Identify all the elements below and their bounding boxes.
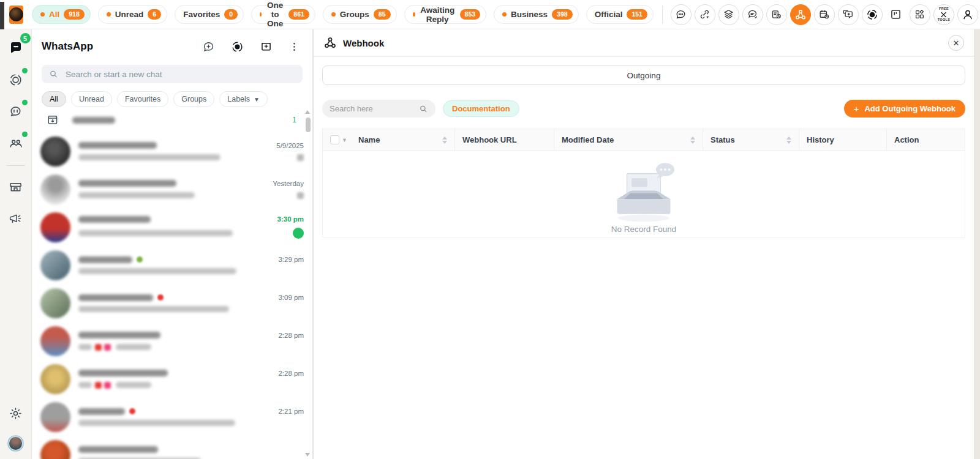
no-record-text: No Record Found: [611, 225, 677, 234]
chat-avatar: [40, 136, 70, 166]
chip-labels[interactable]: Labels▼: [219, 91, 268, 107]
whatsapp-nav-rail: 5: [0, 29, 32, 459]
chat-preview-blurred: [78, 420, 235, 426]
chip-favourites[interactable]: Favourites: [117, 91, 168, 107]
nav-channels[interactable]: [5, 100, 27, 122]
webhook-search-input[interactable]: [330, 104, 419, 113]
filter-label: Business: [511, 10, 548, 19]
toolbar-divider: [662, 6, 663, 24]
calendar-schedule-icon[interactable]: [814, 4, 835, 25]
scroll-down-arrow[interactable]: [305, 453, 310, 457]
chat-list-item[interactable]: [32, 436, 312, 459]
filter-all[interactable]: All 918: [32, 5, 91, 24]
apps-grid-icon[interactable]: [910, 4, 930, 25]
filter-one-to-one[interactable]: One to One 861: [251, 5, 315, 24]
layers-icon[interactable]: [718, 4, 739, 25]
select-all-checkbox[interactable]: [330, 135, 339, 144]
chat-list-item[interactable]: 2:28 pm: [32, 322, 312, 360]
whatsapp-search-input[interactable]: [66, 70, 295, 79]
new-chat-icon[interactable]: [201, 39, 216, 54]
webhook-search[interactable]: [322, 100, 435, 118]
chat-avatar: [40, 174, 70, 204]
app-logo-emblem: [9, 7, 23, 21]
page-background-strip: [974, 29, 980, 459]
sort-icon[interactable]: [786, 136, 791, 144]
column-header-status[interactable]: Status: [703, 129, 799, 151]
menu-kebab-icon[interactable]: [287, 40, 301, 54]
red-heart-emoji: [95, 344, 102, 351]
tab-outgoing[interactable]: Outgoing: [322, 65, 965, 85]
filter-official[interactable]: Official 151: [586, 5, 654, 24]
nav-advertise[interactable]: [5, 207, 27, 230]
sort-icon[interactable]: [690, 136, 695, 144]
webhook-controls-row: Documentation + Add Outgoing Webhook: [322, 100, 965, 118]
chat-list-item[interactable]: 3:09 pm: [32, 284, 312, 322]
whatsapp-search[interactable]: [42, 65, 303, 83]
scroll-up-arrow[interactable]: [305, 110, 310, 114]
chat-name-blurred: [78, 332, 160, 338]
chevron-down-icon[interactable]: ▼: [342, 137, 347, 143]
close-icon[interactable]: ✕: [948, 35, 964, 51]
scrollbar-thumb[interactable]: [306, 118, 311, 132]
chat-list-item[interactable]: Yesterday: [32, 170, 312, 208]
quick-reply-icon[interactable]: [742, 4, 763, 25]
scheduled-messages-icon[interactable]: [766, 4, 787, 25]
chip-all[interactable]: All: [42, 91, 66, 107]
documentation-button[interactable]: Documentation: [443, 100, 519, 117]
filter-label: One to One: [266, 1, 284, 28]
profile-icon[interactable]: [957, 4, 978, 25]
filter-label: Unread: [115, 10, 144, 19]
webhook-panel: Webhook ✕ Outgoing Documentation + Add O…: [313, 29, 974, 459]
chat-avatar: [40, 364, 70, 394]
filter-groups[interactable]: Groups 85: [323, 5, 397, 24]
chat-name-blurred: [78, 446, 158, 453]
rail-divider: [7, 165, 25, 166]
filter-business[interactable]: Business 398: [494, 5, 579, 24]
new-community-icon[interactable]: [258, 39, 274, 54]
rail-bottom: [5, 402, 27, 459]
add-outgoing-webhook-button[interactable]: + Add Outgoing Webhook: [844, 100, 965, 118]
column-header-modified-date[interactable]: Modified Date: [554, 129, 703, 151]
chat-time: 2:28 pm: [278, 370, 304, 377]
nav-store[interactable]: [5, 176, 27, 198]
link-pointer-icon[interactable]: [695, 4, 715, 25]
filter-favorites[interactable]: Favorites 0: [175, 5, 244, 24]
chat-name-blurred: [78, 370, 168, 376]
nav-communities[interactable]: [5, 132, 27, 154]
chat-add-icon[interactable]: [838, 4, 859, 25]
comments-icon[interactable]: [671, 4, 692, 25]
archived-chats-row[interactable]: 1: [32, 108, 312, 132]
chat-list-item[interactable]: 3:30 pm: [32, 208, 312, 246]
chat-list-item[interactable]: 2:28 pm: [32, 360, 312, 398]
nav-status[interactable]: [5, 69, 27, 91]
kanban-window-icon[interactable]: [886, 4, 907, 25]
chat-name-blurred: [78, 408, 125, 415]
archived-count: 1: [292, 116, 296, 124]
chat-list-item[interactable]: 2:21 pm: [32, 398, 312, 436]
chat-list-item[interactable]: 3:29 pm: [32, 246, 312, 284]
chip-groups[interactable]: Groups: [173, 91, 214, 107]
app-logo[interactable]: [9, 6, 23, 24]
profile-avatar[interactable]: [7, 435, 24, 452]
nav-settings[interactable]: [5, 402, 27, 424]
search-icon: [419, 104, 428, 114]
chat-list-scrollbar[interactable]: [305, 110, 311, 457]
sort-icon[interactable]: [442, 136, 447, 144]
filter-awaiting-reply[interactable]: Awaiting Reply 853: [404, 5, 487, 24]
status-target-icon[interactable]: [862, 4, 883, 25]
webhook-icon[interactable]: [790, 4, 811, 25]
extension-toolbar-icons: FREE TOOLS: [654, 4, 978, 25]
orange-dot-icon: [40, 12, 45, 17]
status-icon[interactable]: [230, 39, 245, 54]
free-tools-icon[interactable]: FREE TOOLS: [933, 4, 954, 25]
column-header-name[interactable]: Name: [351, 129, 455, 151]
chip-unread[interactable]: Unread: [71, 91, 112, 107]
filter-label: Groups: [340, 10, 369, 19]
filter-unread[interactable]: Unread 6: [98, 5, 167, 24]
free-tools-bottom-label: TOOLS: [938, 18, 950, 22]
chat-preview-blurred: [78, 192, 195, 198]
orange-dot-icon: [260, 12, 262, 17]
empty-state: No Record Found: [323, 151, 965, 237]
chat-list-item[interactable]: 5/9/2025: [32, 132, 312, 170]
nav-chats[interactable]: 5: [5, 37, 27, 59]
